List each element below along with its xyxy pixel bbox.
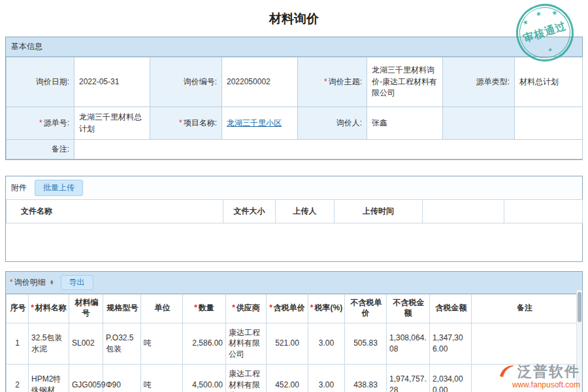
subject-label: *询价主题: <box>298 57 367 107</box>
col-supplier: *供应商 <box>226 294 267 323</box>
attachments-empty-area <box>7 223 583 261</box>
detail-bar: *询价明细 ▲▼ 导出 <box>6 272 582 294</box>
col-untaxed-price: 不含税单价 <box>345 294 387 323</box>
cell-seq: 2 <box>7 364 29 392</box>
col-taxed-amount: 含税金额 <box>430 294 472 323</box>
scrollbar-thumb[interactable] <box>578 292 581 322</box>
required-mark: * <box>179 118 182 127</box>
project-name-cell: 龙湖三千里小区 <box>222 107 298 140</box>
cell-untaxed-price: 505.83 <box>345 323 387 364</box>
source-no-label: *源单号: <box>7 107 74 140</box>
basic-info-table: 询价日期: 2022-05-31 询价编号: 2022050002 *询价主题:… <box>6 57 583 159</box>
page-title: 材料询价 <box>0 0 588 37</box>
export-button[interactable]: 导出 <box>61 275 93 290</box>
col-remark: 备注 <box>472 294 577 323</box>
cell-tax-rate: 3.00 <box>308 323 345 364</box>
attachments-table: 文件名称 文件大小 上传人 上传时间 <box>6 199 583 261</box>
source-type-label: 源单类型: <box>443 57 515 107</box>
required-mark: * <box>10 278 13 287</box>
cell-unit: 吨 <box>141 364 183 392</box>
cell-quantity: 2,586.00 <box>183 323 226 364</box>
basic-row-2: *源单号: 龙湖三千里材料总计划 *项目名称: 龙湖三千里小区 询价人: 张鑫 <box>7 107 583 140</box>
page: 材料询价 ★ ★ ★ ★ 审核通过 基本信息 询价日期: 2022-05-31 … <box>0 0 588 392</box>
empty-value <box>515 107 583 140</box>
fanpu-logo-icon <box>499 365 515 380</box>
cell-untaxed-price: 438.83 <box>345 364 387 392</box>
inquirer-value: 张鑫 <box>367 107 443 140</box>
basic-info-header: 基本信息 <box>6 37 582 57</box>
detail-header-row: 序号 *材料名称 材料编号 规格型号 单位 *数量 *供应商 *含税单价 *税率… <box>7 294 577 323</box>
col-file-name: 文件名称 <box>7 200 223 223</box>
cell-untaxed-amount: 1,308,064.08 <box>387 323 430 364</box>
col-untaxed-amount: 不含税金额 <box>387 294 430 323</box>
cell-taxed-price: 452.00 <box>267 364 308 392</box>
required-mark: * <box>324 77 327 86</box>
source-type-value: 材料总计划 <box>515 57 583 107</box>
inq-date-label: 询价日期: <box>7 57 74 107</box>
brand-name: 泛普软件 <box>517 362 580 382</box>
cell-taxed-price: 521.00 <box>267 323 308 364</box>
cell-taxed-amount: 2,034,000.00 <box>430 364 472 392</box>
basic-row-1: 询价日期: 2022-05-31 询价编号: 2022050002 *询价主题:… <box>7 57 583 107</box>
basic-row-3: 备注: <box>7 140 583 159</box>
col-material-name: *材料名称 <box>29 294 69 323</box>
cell-taxed-amount: 1,347,306.00 <box>430 323 472 364</box>
col-quantity: *数量 <box>183 294 226 323</box>
cell-remark <box>472 323 577 364</box>
cell-spec-model: Φ90 <box>103 364 141 392</box>
brand-website: www.fanpusoft.com <box>499 380 580 389</box>
cell-untaxed-amount: 1,974,757.28 <box>387 364 430 392</box>
subject-value: 龙湖三千里材料询价-康达工程材料有限公司 <box>367 57 443 107</box>
cell-supplier: 康达工程材料有限公司 <box>226 364 267 392</box>
col-uploader: 上传人 <box>276 200 335 223</box>
batch-upload-button[interactable]: 批量上传 <box>35 180 83 196</box>
col-tax-rate: *税率(%) <box>308 294 345 323</box>
col-upload-time: 上传时间 <box>335 200 423 223</box>
project-name-label: *项目名称: <box>150 107 222 140</box>
inq-no-value: 2022050002 <box>222 57 298 107</box>
cell-material-name: HPM2特殊钢材 <box>29 364 69 392</box>
inquirer-label: 询价人: <box>298 107 367 140</box>
col-taxed-price: *含税单价 <box>267 294 308 323</box>
attachments-bar: 附件 批量上传 <box>6 176 582 199</box>
cell-material-code: GJG0059 <box>69 364 103 392</box>
cell-tax-rate: 3.00 <box>308 364 345 392</box>
remark-value <box>74 140 583 159</box>
basic-info-section: 基本信息 询价日期: 2022-05-31 询价编号: 2022050002 *… <box>5 37 583 160</box>
cell-material-code: SL002 <box>69 323 103 364</box>
col-material-code: 材料编号 <box>69 294 103 323</box>
remark-label: 备注: <box>7 140 74 159</box>
table-row: 2 HPM2特殊钢材 GJG0059 Φ90 吨 4,500.00 康达工程材料… <box>7 364 577 392</box>
detail-title: *询价明细 <box>10 277 46 288</box>
detail-section: *询价明细 ▲▼ 导出 序号 *材料名称 材料编号 规格型号 单位 *数量 *供… <box>5 271 583 392</box>
cell-seq: 1 <box>7 323 29 364</box>
cell-supplier: 康达工程材料有限公司 <box>226 323 267 364</box>
empty-label <box>443 107 515 140</box>
cell-spec-model: P.O32.5包装 <box>103 323 141 364</box>
required-mark: * <box>39 118 42 127</box>
col-empty-1 <box>423 200 504 223</box>
attachments-header-row: 文件名称 文件大小 上传人 上传时间 <box>7 200 583 223</box>
attachments-empty-row <box>7 223 583 261</box>
attachments-title: 附件 <box>11 182 27 193</box>
detail-table: 序号 *材料名称 材料编号 规格型号 单位 *数量 *供应商 *含税单价 *税率… <box>6 294 577 392</box>
attachments-section: 附件 批量上传 文件名称 文件大小 上传人 上传时间 <box>5 176 583 262</box>
col-spec-model: 规格型号 <box>103 294 141 323</box>
footer-logo: 泛普软件 www.fanpusoft.com <box>499 362 580 389</box>
cell-material-name: 32.5包装水泥 <box>29 323 69 364</box>
source-no-value: 龙湖三千里材料总计划 <box>74 107 150 140</box>
cell-quantity: 4,500.00 <box>183 364 226 392</box>
col-unit: 单位 <box>141 294 183 323</box>
table-row: 1 32.5包装水泥 SL002 P.O32.5包装 吨 2,586.00 康达… <box>7 323 577 364</box>
cell-unit: 吨 <box>141 323 183 364</box>
sort-icon[interactable]: ▲▼ <box>50 280 54 285</box>
inq-date-value: 2022-05-31 <box>74 57 150 107</box>
col-file-size: 文件大小 <box>223 200 276 223</box>
project-name-link[interactable]: 龙湖三千里小区 <box>227 118 282 127</box>
inq-no-label: 询价编号: <box>150 57 222 107</box>
col-empty-2 <box>504 200 583 223</box>
col-seq: 序号 <box>7 294 29 323</box>
